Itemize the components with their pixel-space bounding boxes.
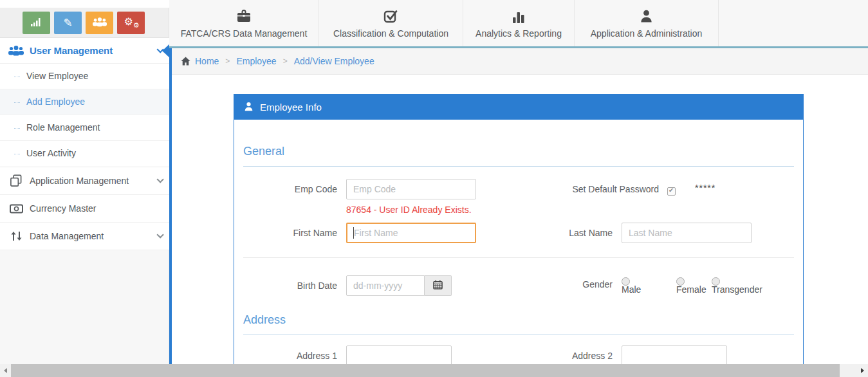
emp-code-error: 87654 - User ID Already Exists. [346, 205, 794, 215]
row-divider [243, 257, 794, 258]
emp-code-input[interactable] [346, 179, 476, 199]
masked-password-value: ***** [695, 179, 716, 193]
address2-label: Address 2 [519, 345, 613, 361]
form-row: Emp Code Set Default Password ***** [243, 179, 794, 199]
sidebar-item-application-management[interactable]: Application Management [0, 167, 169, 195]
scroll-left-button[interactable] [0, 364, 11, 377]
sidebar-item-view-employee[interactable]: View Employee [0, 64, 169, 89]
sidebar-item-label: Application Management [30, 176, 129, 186]
scroll-right-button[interactable] [857, 364, 868, 377]
panel-body: General Emp Code Set Default Password **… [234, 145, 803, 364]
sidebar-item-label: User Management [30, 45, 113, 56]
breadcrumb-separator: > [283, 57, 288, 66]
nav-item-fatca-crs-data-management[interactable]: FATCA/CRS Data Management [169, 0, 319, 46]
employee-info-panel: Employee Info General Emp Code Set Defau… [234, 94, 804, 364]
set-default-password-checkbox[interactable] [667, 187, 676, 196]
nav-item-label: Application & Administration [591, 28, 703, 39]
address-section-heading: Address [243, 313, 794, 335]
set-default-password-label: Set Default Password [519, 179, 659, 194]
users-icon [8, 45, 24, 56]
sidebar-item-currency-master[interactable]: Currency Master [0, 195, 169, 223]
gender-option-transgender[interactable]: Transgender [712, 277, 762, 295]
nav-item-label: FATCA/CRS Data Management [181, 28, 308, 39]
first-name-group: First Name [243, 223, 519, 243]
last-name-label: Last Name [519, 223, 613, 238]
sidebar-top-strip [0, 0, 169, 8]
calendar-icon [433, 280, 443, 292]
exchange-icon [8, 230, 24, 242]
birth-date-label: Birth Date [243, 275, 337, 291]
chevron-down-icon [156, 231, 163, 238]
sidebar-item-user-activity[interactable]: User Activity [0, 141, 169, 167]
bar-chart-icon [512, 8, 525, 23]
check-square-icon [383, 8, 398, 23]
nav-item-label: Classification & Computation [333, 28, 448, 39]
breadcrumb-home[interactable]: Home [195, 56, 219, 66]
form-row: Address 1 Address 2 [243, 345, 794, 364]
gender-group: Gender Male Female [519, 275, 794, 296]
users-icon [93, 17, 107, 29]
address1-group: Address 1 [243, 345, 519, 364]
chevron-down-icon [156, 176, 163, 183]
horizontal-scrollbar[interactable] [0, 364, 868, 377]
briefcase-icon [236, 8, 252, 23]
quick-button-chart[interactable] [23, 12, 50, 34]
emp-code-label: Emp Code [243, 179, 337, 194]
breadcrumb: Home > Employee > Add/View Employee [172, 48, 868, 75]
first-name-input[interactable] [346, 223, 476, 243]
panel-title: Employee Info [260, 102, 322, 113]
form-row: Birth Date Gender [243, 275, 794, 296]
quick-button-edit[interactable]: ✎ [54, 12, 82, 34]
emp-code-group: Emp Code [243, 179, 519, 199]
gears-icon: ⚙⚙ [124, 16, 138, 29]
sidebar-item-data-management[interactable]: Data Management [0, 223, 169, 250]
scrollbar-thumb[interactable] [11, 364, 840, 377]
birth-date-input[interactable] [346, 275, 425, 296]
gender-option-label: Female [676, 284, 706, 295]
first-name-label: First Name [243, 223, 337, 238]
user-management-submenu: View Employee Add Employee Role Manageme… [0, 64, 169, 167]
bar-chart-icon [31, 17, 42, 28]
sidebar-filler [0, 250, 169, 364]
set-default-password-group: Set Default Password ***** [519, 179, 794, 199]
nav-item-label: Analytics & Reporting [476, 28, 562, 39]
gender-option-female[interactable]: Female [676, 277, 712, 295]
top-navigation: FATCA/CRS Data Management Classification… [169, 0, 868, 48]
gender-option-male[interactable]: Male [622, 277, 676, 295]
sidebar: ✎ ⚙⚙ User Management View Employee Add E… [0, 0, 169, 364]
last-name-group: Last Name [519, 223, 794, 243]
copy-icon [8, 174, 24, 187]
breadcrumb-separator: > [225, 57, 230, 66]
last-name-input[interactable] [622, 223, 752, 243]
address1-label: Address 1 [243, 345, 337, 361]
gender-option-label: Male [622, 284, 641, 295]
pencil-icon: ✎ [63, 17, 72, 28]
general-section-heading: General [243, 145, 794, 167]
sidebar-item-label: Currency Master [30, 203, 96, 214]
address1-textarea[interactable] [346, 345, 452, 364]
money-icon [8, 204, 24, 214]
nav-item-classification-computation[interactable]: Classification & Computation [319, 0, 463, 46]
address2-textarea[interactable] [622, 345, 727, 364]
sidebar-item-role-management[interactable]: Role Management [0, 115, 169, 141]
main-content: Employee Info General Emp Code Set Defau… [172, 75, 868, 364]
text-caret [353, 227, 354, 239]
user-icon [640, 8, 653, 23]
sidebar-item-add-employee[interactable]: Add Employee [0, 89, 169, 115]
gender-option-label: Transgender [712, 284, 762, 295]
nav-item-analytics-reporting[interactable]: Analytics & Reporting [463, 0, 575, 46]
quick-button-users[interactable] [86, 12, 113, 34]
home-icon [181, 57, 190, 66]
breadcrumb-employee[interactable]: Employee [236, 56, 276, 66]
quick-button-settings[interactable]: ⚙⚙ [117, 12, 145, 34]
nav-item-application-administration[interactable]: Application & Administration [575, 0, 719, 46]
panel-header: Employee Info [234, 95, 803, 120]
form-row: First Name Last Name [243, 223, 794, 243]
calendar-button[interactable] [425, 275, 452, 296]
address2-group: Address 2 [519, 345, 794, 364]
app-window: ✎ ⚙⚙ User Management View Employee Add E… [0, 0, 868, 377]
breadcrumb-current: Add/View Employee [294, 56, 374, 66]
sidebar-item-user-management[interactable]: User Management [0, 38, 169, 64]
gender-label: Gender [519, 275, 613, 290]
arrow-left-icon [4, 368, 7, 373]
